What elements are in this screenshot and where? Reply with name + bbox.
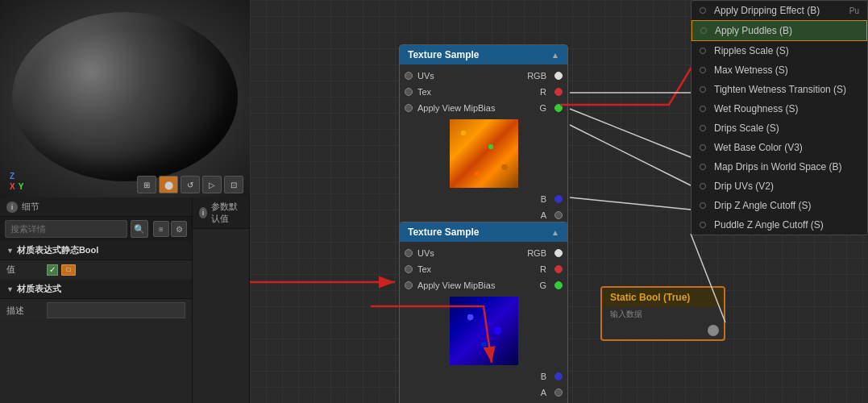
dropdown-label-9: Drip UVs (V2) bbox=[714, 181, 774, 192]
settings-btn[interactable]: ⚙ bbox=[171, 221, 187, 237]
section-title-2: 材质表达式 bbox=[17, 283, 61, 295]
uvs-label-2: UVs bbox=[417, 248, 434, 258]
viewport-btn-5[interactable]: ⊡ bbox=[224, 176, 243, 193]
r-label-1: R bbox=[540, 87, 546, 97]
rgb-label-1: RGB bbox=[527, 71, 546, 81]
bool-checkbox[interactable]: ✓ bbox=[47, 264, 58, 276]
texture-node-2-expand[interactable]: ▲ bbox=[551, 228, 559, 237]
static-bool-header: Static Bool (True) bbox=[602, 288, 724, 307]
g-pin-out-1[interactable] bbox=[554, 104, 563, 112]
defaults-title: 参数默认值 bbox=[211, 201, 243, 225]
mip-label-1: Apply View MipBias bbox=[417, 103, 495, 113]
viewport-axes: Z X Y bbox=[10, 172, 23, 191]
a-pin-out-1[interactable] bbox=[554, 211, 563, 219]
section-header-1: ▼ 材质表达式静态Bool bbox=[0, 241, 192, 260]
dropdown-dot-2 bbox=[700, 48, 706, 54]
property-row-value: 值 ✓ □ bbox=[0, 260, 192, 280]
viewport-btn-4[interactable]: ▷ bbox=[202, 176, 222, 193]
dropdown-dot-10 bbox=[700, 202, 706, 209]
g-pin-out-2[interactable] bbox=[554, 281, 563, 289]
dropdown-item-2[interactable]: Ripples Scale (S) bbox=[691, 41, 867, 60]
bool-out-pin[interactable] bbox=[708, 325, 719, 336]
dropdown-dot-6 bbox=[700, 125, 706, 131]
dropdown-label-6: Drips Scale (S) bbox=[714, 123, 779, 134]
axis-y-label: Y bbox=[19, 182, 24, 191]
dropdown-item-5[interactable]: Wet Roughness (S) bbox=[691, 99, 867, 118]
mip-pin-in-1[interactable] bbox=[405, 104, 413, 112]
static-bool-title: Static Bool (True) bbox=[610, 292, 690, 303]
static-bool-node: Static Bool (True) 输入数据 bbox=[600, 286, 725, 341]
section-triangle-1: ▼ bbox=[6, 247, 14, 255]
viewport-btn-2[interactable]: ⬤ bbox=[159, 176, 178, 193]
a-pin-out-2[interactable] bbox=[554, 388, 563, 397]
texture-preview-2 bbox=[450, 297, 518, 365]
viewport-toolbar: ⊞ ⬤ ↺ ▷ ⊡ bbox=[137, 176, 243, 193]
svg-line-4 bbox=[570, 109, 691, 157]
list-view-btn[interactable]: ≡ bbox=[153, 221, 169, 237]
dropdown-dot-7 bbox=[700, 144, 706, 151]
dropdown-item-9[interactable]: Drip UVs (V2) bbox=[691, 177, 867, 196]
details-icon: i bbox=[6, 202, 18, 213]
mip-pin-in-2[interactable] bbox=[405, 281, 413, 289]
dropdown-item-3[interactable]: Max Wetness (S) bbox=[691, 60, 867, 80]
texture-node-1-header: Texture Sample ▲ bbox=[400, 45, 567, 64]
dropdown-label-1: Apply Puddles (B) bbox=[715, 25, 792, 36]
dropdown-label-0: Apply Dripping Effect (B) bbox=[714, 5, 820, 16]
sphere-preview bbox=[12, 12, 238, 181]
rgb-label-2: RGB bbox=[527, 248, 546, 258]
viewport-btn-3[interactable]: ↺ bbox=[181, 176, 200, 193]
left-panel: Z X Y ⊞ ⬤ ↺ ▷ ⊡ i 细节 🔍 ≡ bbox=[0, 0, 250, 403]
dropdown-label-10: Drip Z Angle Cutoff (S) bbox=[714, 200, 812, 211]
dropdown-item-7[interactable]: Wet Base Color (V3) bbox=[691, 138, 867, 157]
dropdown-dot-8 bbox=[700, 164, 706, 170]
search-button[interactable]: 🔍 bbox=[131, 220, 148, 238]
section-header-2: ▼ 材质表达式 bbox=[0, 280, 192, 299]
texture-node-1-expand[interactable]: ▲ bbox=[551, 51, 559, 60]
a-label-2: A bbox=[541, 388, 546, 397]
dropdown-item-11[interactable]: Puddle Z Angle Cutoff (S) bbox=[691, 215, 867, 235]
a-label-1: A bbox=[541, 210, 546, 220]
rgb-pin-out-2[interactable] bbox=[554, 249, 563, 257]
viewport-btn-1[interactable]: ⊞ bbox=[137, 176, 156, 193]
dropdown-shortcut-0: Pu bbox=[849, 6, 859, 15]
dropdown-dot-3 bbox=[700, 67, 706, 73]
texture-node-1-body: UVs RGB Tex R Apply View MipBias G B bbox=[400, 64, 567, 243]
texture-preview-1 bbox=[450, 119, 518, 188]
r-pin-out-2[interactable] bbox=[554, 265, 563, 273]
dropdown-dot-5 bbox=[700, 106, 706, 112]
g-label-1: G bbox=[539, 103, 546, 113]
texture-node-2-a: A bbox=[400, 384, 567, 401]
axis-x-label: X bbox=[10, 182, 15, 191]
b-pin-out-2[interactable] bbox=[554, 372, 563, 380]
dropdown-item-4[interactable]: Tighten Wetness Transition (S) bbox=[691, 80, 867, 99]
axis-z-label: Z bbox=[10, 172, 15, 181]
dropdown-label-5: Wet Roughness (S) bbox=[714, 103, 799, 114]
uvs-pin-in-2[interactable] bbox=[405, 249, 413, 257]
svg-line-5 bbox=[570, 125, 691, 185]
dropdown-dot-1 bbox=[700, 27, 707, 34]
panel-toolbar: ≡ ⚙ bbox=[153, 221, 187, 237]
main-canvas[interactable]: Texture Sample ▲ UVs RGB Tex R Apply Vie… bbox=[250, 0, 868, 403]
dropdown-item-1[interactable]: Apply Puddles (B) bbox=[691, 20, 867, 41]
uvs-pin-in[interactable] bbox=[405, 72, 413, 80]
dropdown-dot-4 bbox=[700, 86, 706, 93]
desc-input[interactable] bbox=[47, 302, 185, 318]
dropdown-item-0[interactable]: Apply Dripping Effect (B) Pu bbox=[691, 1, 867, 20]
rgb-pin-out-1[interactable] bbox=[554, 72, 563, 80]
tex-label-2: Tex bbox=[417, 264, 431, 274]
g-label-2: G bbox=[539, 280, 546, 290]
texture-node-1-uvs: UVs RGB bbox=[400, 68, 567, 84]
tex-pin-in-2[interactable] bbox=[405, 265, 413, 273]
b-pin-out-1[interactable] bbox=[554, 195, 563, 203]
static-bool-subtitle: 输入数据 bbox=[602, 307, 724, 322]
dropdown-item-6[interactable]: Drips Scale (S) bbox=[691, 118, 867, 138]
tex-pin-in-1[interactable] bbox=[405, 88, 413, 96]
texture-node-2-uvs: UVs RGB bbox=[400, 245, 567, 261]
dropdown-item-10[interactable]: Drip Z Angle Cutoff (S) bbox=[691, 196, 867, 215]
defaults-icon: i bbox=[199, 207, 207, 218]
b-label-1: B bbox=[541, 194, 546, 204]
dropdown-item-8[interactable]: Map Drips in World Space (B) bbox=[691, 157, 867, 177]
dropdown-label-2: Ripples Scale (S) bbox=[714, 45, 789, 56]
r-pin-out-1[interactable] bbox=[554, 88, 563, 96]
search-input[interactable] bbox=[5, 220, 127, 238]
